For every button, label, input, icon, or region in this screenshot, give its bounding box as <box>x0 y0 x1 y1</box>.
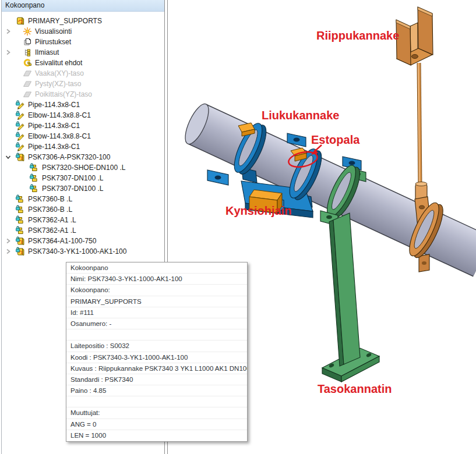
tooltip-row: Nimi: PSK7340-3-YK1-1000-AK1-100 <box>66 274 247 285</box>
tooltip-row: Id: #111 <box>66 307 247 318</box>
tooltip-row: Muuttujat: <box>66 407 247 418</box>
tooltip-row: Osanumero: - <box>66 318 247 329</box>
tree-item-elbow-114-3x8-8-c1[interactable]: Elbow-114.3x8.8-C1 <box>2 131 164 141</box>
tooltip-row: ANG = 0 <box>66 419 247 430</box>
tree-item-piirustukset[interactable]: Piirustukset <box>2 37 164 47</box>
pencil-lock-icon <box>16 100 26 109</box>
panel-header[interactable]: Kokoonpano <box>2 0 164 12</box>
annotation-liukukannake: Liukukannake <box>262 109 339 122</box>
tree-item-label: PSK7307-DN100 .L <box>42 183 103 194</box>
part-lock-icon <box>30 173 40 183</box>
tree-item-psk7360-b-l[interactable]: PSK7360-B .L <box>2 204 164 215</box>
pencil-lock-icon <box>16 111 26 120</box>
tree-item-label: Elbow-114.3x8.8-C1 <box>28 110 91 120</box>
annotation-kynsiohjain: Kynsiohjain <box>225 204 291 218</box>
tree-item-pipe-114-3x8-c1[interactable]: Pipe-114.3x8-C1 <box>2 100 164 110</box>
tree-item-psk7362-a1-l[interactable]: PSK7362-A1 .L <box>2 215 164 225</box>
tree-item-pysty-xz-taso[interactable]: Pysty(XZ)-taso <box>2 79 164 89</box>
tree-item-psk7360-b-l[interactable]: PSK7360-B .L <box>2 194 164 204</box>
tree-item-label: Pysty(XZ)-taso <box>35 79 81 89</box>
tree-item-label: Esivalitut ehdot <box>35 58 82 68</box>
sheets-icon <box>23 37 33 47</box>
chevron-closed-icon[interactable] <box>4 237 12 245</box>
chevron-closed-icon[interactable] <box>4 48 12 56</box>
tree-item-psk7307-dn100-l[interactable]: PSK7307-DN100 .L <box>2 173 164 183</box>
chevron-closed-icon[interactable] <box>4 27 12 36</box>
tree-item-label: Poikittais(YZ)-taso <box>35 89 92 100</box>
tree-item-label: Piirustukset <box>35 37 71 47</box>
tree-item-psk7306-a-psk7320-100[interactable]: PSK7306-A-PSK7320-100 <box>2 152 164 162</box>
plane-icon <box>23 69 33 78</box>
tree-item-label: PSK7306-A-PSK7320-100 <box>28 152 110 162</box>
sun-icon <box>23 27 33 36</box>
tooltip-row <box>66 396 247 407</box>
assembly-lock-icon <box>16 152 26 162</box>
chevron-open-icon[interactable] <box>4 153 12 161</box>
tree-item-esivalitut-ehdot[interactable]: Esivalitut ehdot <box>2 58 164 68</box>
part-lock-icon <box>16 226 26 235</box>
tooltip-row: Standardi : PSK7340 <box>66 374 247 385</box>
tooltip-row <box>66 329 247 340</box>
tree-item-label: PSK7362-A1 .L <box>28 225 76 236</box>
part-lock-icon <box>16 194 26 204</box>
part-lock-icon <box>30 184 40 193</box>
conditions-icon <box>23 58 33 68</box>
hierarchy-icon <box>23 48 33 57</box>
tree-item-primary-supports[interactable]: PRIMARY_SUPPORTS <box>2 16 164 26</box>
tree-item-label: PRIMARY_SUPPORTS <box>28 16 102 26</box>
tree-item-label: Vaaka(XY)-taso <box>35 68 84 79</box>
tooltip-row: LEN = 1000 <box>66 430 247 441</box>
tree-item-label: PSK7360-B .L <box>28 194 72 204</box>
tooltip-row: Kokoonpano <box>66 263 247 274</box>
tree-item-label: PSK7320-SHOE-DN100 .L <box>42 162 125 173</box>
tree-item-ilmiasut[interactable]: Ilmiasut <box>2 47 164 58</box>
assembly-lock-icon <box>16 247 26 256</box>
chevron-closed-icon[interactable] <box>4 247 12 256</box>
assembly-lock-icon <box>16 236 26 246</box>
pencil-lock-icon <box>16 132 26 141</box>
tooltip-row: Kokoonpano: <box>66 285 247 296</box>
tree-item-psk7307-dn100-l[interactable]: PSK7307-DN100 .L <box>2 183 164 194</box>
panel-title: Kokoonpano <box>5 1 44 9</box>
tree-item-elbow-114-3x8-8-c1[interactable]: Elbow-114.3x8.8-C1 <box>2 110 164 120</box>
pencil-lock-icon <box>16 142 26 151</box>
tree-item-label: Ilmiasut <box>35 47 59 58</box>
tree-item-label: Visualisointi <box>35 26 72 37</box>
tree-item-label: PSK7360-B .L <box>28 204 72 215</box>
tooltip-row: Laitepositio : S0032 <box>66 340 247 352</box>
tree-item-label: PSK7364-A1-100-750 <box>28 236 96 246</box>
tooltip-row: PRIMARY_SUPPORTS <box>66 296 247 307</box>
annotation-estopala: Estopala <box>311 133 359 147</box>
tree-item-psk7320-shoe-dn100-l[interactable]: PSK7320-SHOE-DN100 .L <box>2 162 164 173</box>
assembly-tree: PRIMARY_SUPPORTSVisualisointiPiirustukse… <box>2 12 164 257</box>
plane-icon <box>23 79 33 88</box>
tree-item-label: Pipe-114.3x8-C1 <box>28 141 80 152</box>
tree-item-label: PSK7340-3-YK1-1000-AK1-100 <box>28 246 126 257</box>
annotation-tasokannatin: Tasokannatin <box>318 382 392 396</box>
assembly-info-tooltip: KokoonpanoNimi: PSK7340-3-YK1-1000-AK1-1… <box>66 262 248 442</box>
tree-item-vaaka-xy-taso[interactable]: Vaaka(XY)-taso <box>2 68 164 79</box>
assembly-icon <box>16 16 26 26</box>
tree-item-visualisointi[interactable]: Visualisointi <box>2 26 164 37</box>
part-lock-icon <box>16 215 26 225</box>
tree-item-label: PSK7307-DN100 .L <box>42 173 103 183</box>
tree-item-label: PSK7362-A1 .L <box>28 215 76 225</box>
tree-item-label: Pipe-114.3x8-C1 <box>28 100 80 110</box>
tree-item-label: Elbow-114.3x8.8-C1 <box>28 131 91 141</box>
tooltip-row: Kuvaus : Riippukannake PSK7340 3 YK1 L10… <box>66 363 247 374</box>
tree-item-psk7340-3-yk1-1000-ak1-100[interactable]: PSK7340-3-YK1-1000-AK1-100 <box>2 246 164 257</box>
tree-item-label: Pipe-114.3x8-C1 <box>28 120 80 131</box>
pencil-lock-icon <box>16 121 26 130</box>
tree-item-pipe-114-3x8-c1[interactable]: Pipe-114.3x8-C1 <box>2 141 164 152</box>
tree-item-psk7364-a1-100-750[interactable]: PSK7364-A1-100-750 <box>2 236 164 246</box>
part-lock-icon <box>30 163 40 172</box>
tooltip-row: Koodi : PSK7340-3-YK1-1000-AK1-100 <box>66 352 247 363</box>
plane-icon <box>23 90 33 99</box>
part-lock-icon <box>16 205 26 214</box>
tooltip-row: Paino : 4.85 <box>66 385 247 396</box>
tree-item-pipe-114-3x8-c1[interactable]: Pipe-114.3x8-C1 <box>2 120 164 131</box>
tree-item-poikittais-yz-taso[interactable]: Poikittais(YZ)-taso <box>2 89 164 100</box>
annotation-riippukannake: Riippukannake <box>316 29 399 42</box>
tree-item-psk7362-a1-l[interactable]: PSK7362-A1 .L <box>2 225 164 236</box>
